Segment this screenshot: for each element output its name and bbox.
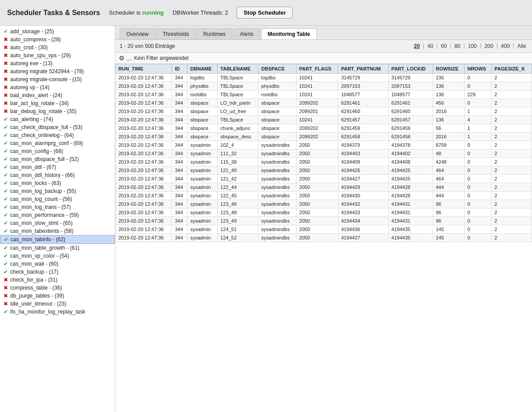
sidebar-item-cas_check_dbspace_full[interactable]: ✔cas_check_dbspace_full - (53) xyxy=(0,123,115,131)
table-row[interactable]: 2019-02-20 12:47:36344sysadmin123_46sysa… xyxy=(116,200,532,208)
tab-alerts[interactable]: Alerts xyxy=(233,28,260,39)
table-row[interactable]: 2019-02-20 12:47:36344sysadmin111_32sysa… xyxy=(116,149,532,158)
table-cell-part_lockid: 4194425 xyxy=(388,175,433,183)
sidebar-item-cas_mon_ddl[interactable]: ✔cas_mon_ddl - (67) xyxy=(0,163,115,171)
table-row[interactable]: 2019-02-20 12:47:36344sysadmin122_45sysa… xyxy=(116,192,532,200)
table-cell-run_time: 2019-02-20 12:47:36 xyxy=(116,82,172,90)
tab-runtimes[interactable]: Runtimes xyxy=(196,28,232,39)
table-cell-dbname: sysadmin xyxy=(188,192,218,200)
table-row[interactable]: 2019-02-20 12:47:36344sysadmin122_44sysa… xyxy=(116,183,532,192)
table-cell-part_flags: 2050 xyxy=(296,200,338,208)
tab-monitoring_table[interactable]: Monitoring Table xyxy=(261,28,317,39)
pagination-option-200[interactable]: 200 xyxy=(483,43,495,50)
pagination-separator: | xyxy=(423,43,424,50)
sidebar-item-cas_mon_wait[interactable]: ✔cas_mon_wait - (60) xyxy=(0,260,115,268)
sidebar-item-autoreg_migrate_console[interactable]: ✖autoreg migrate-console - (15) xyxy=(0,75,115,83)
table-row[interactable]: 2019-02-20 12:47:36344sbspacechunk_adjun… xyxy=(116,124,532,133)
sidebar-item-check_for_ipa[interactable]: ✖check_for_ipa - (31) xyxy=(0,276,115,284)
sidebar-item-autoreg_migrate[interactable]: ✖autoreg migrate 5242944 - (78) xyxy=(0,67,115,75)
sidebar-item-cas_mon_ddl_history[interactable]: ✔cas_mon_ddl_history - (66) xyxy=(0,171,115,179)
table-cell-part_lockid: 6291459 xyxy=(388,124,433,133)
table-cell-pagesize_k: 2 xyxy=(492,158,532,166)
table-cell-part_flags: 2050 xyxy=(296,192,338,200)
sidebar-item-cas_check_onlinelog[interactable]: ✔cas_check_onlinelog - (64) xyxy=(0,131,115,139)
sidebar-item-cas_mon_log_trans[interactable]: ✔cas_mon_log_trans - (57) xyxy=(0,203,115,211)
sidebar-item-idle_user_timeout[interactable]: ✖idle_user_timeout - (23) xyxy=(0,300,115,308)
tab-thresholds[interactable]: Thresholds xyxy=(156,28,196,39)
sidebar-item-label: cas_mon_dbspace_full - (52) xyxy=(10,156,79,162)
sidebar-item-auto_tune_cpu_vps[interactable]: ✖auto_tune_cpu_vps - (29) xyxy=(0,51,115,59)
sidebar-item-db_purge_tables[interactable]: ✖db_purge_tables - (39) xyxy=(0,292,115,300)
table-cell-pagesize_k: 2 xyxy=(492,234,532,242)
sidebar-item-add_storage[interactable]: ✔add_storage - (25) xyxy=(0,27,115,35)
filter-icon[interactable]: ⚙ ... xyxy=(119,55,132,62)
sidebar-item-auto_crsd[interactable]: ✖auto_crsd - (30) xyxy=(0,43,115,51)
stop-scheduler-button[interactable]: Stop Scheduler xyxy=(237,7,292,19)
sidebar-item-cas_mon_locks[interactable]: ✔cas_mon_locks - (63) xyxy=(0,179,115,187)
sidebar-item-bar_act_log_rotate[interactable]: ✖bar_act_log_rotate - (34) xyxy=(0,99,115,107)
sidebar-item-cas_mon_alarmprg_conf[interactable]: ✔cas_mon_alarmprg_conf - (69) xyxy=(0,139,115,147)
table-row[interactable]: 2019-02-20 12:47:36344sysadmin124_51sysa… xyxy=(116,225,532,234)
sidebar-item-label: cas_mon_tabextents - (58) xyxy=(10,228,74,234)
sidebar-item-cas_mon_tabinfo[interactable]: ✔cas_mon_tabinfo - (62) xyxy=(0,235,115,244)
sidebar-item-cas_mon_performance[interactable]: ✔cas_mon_performance - (59) xyxy=(0,211,115,219)
sidebar-item-bad_index_alert[interactable]: ✖bad_index_alert - (24) xyxy=(0,91,115,99)
table-cell-pagesize_k: 2 xyxy=(492,90,532,99)
table-row[interactable]: 2019-02-20 12:47:36344sysadmin123_49sysa… xyxy=(116,217,532,225)
table-cell-tablename: 111_32 xyxy=(218,149,258,158)
sidebar-item-cas_mon_table_growth[interactable]: ✔cas_mon_table_growth - (61) xyxy=(0,244,115,252)
pagination-option-400[interactable]: 400 xyxy=(500,43,511,50)
sidebar-item-bar_debug_log_rotate[interactable]: ✖bar_debug_log_rotate - (35) xyxy=(0,107,115,115)
sidebar-item-cas_mon_config[interactable]: ✔cas_mon_config - (68) xyxy=(0,147,115,155)
sidebar-item-cas_mon_slow_stmt[interactable]: ✔cas_mon_slow_stmt - (65) xyxy=(0,219,115,227)
pagination-option-100[interactable]: 100 xyxy=(467,43,478,50)
sidebar-item-ifx_ha_monitor_log_replay_task[interactable]: ✔ifx_ha_monitor_log_replay_task xyxy=(0,308,115,316)
table-cell-part_partnum: 4194403 xyxy=(338,149,388,158)
table-area[interactable]: 1 - 20 von 500 Einträge 20|40|60|80|100|… xyxy=(115,40,532,412)
check-icon: ✔ xyxy=(4,188,8,194)
pagination-option-40[interactable]: 40 xyxy=(426,43,434,50)
sidebar-item-check_backup[interactable]: ✔check_backup - (17) xyxy=(0,268,115,276)
table-cell-dbname: sbspace xyxy=(188,107,218,116)
table-row[interactable]: 2019-02-20 12:47:36344logdbsTBLSpacelogd… xyxy=(116,74,532,82)
table-cell-part_lockid: 1048577 xyxy=(388,90,433,99)
table-cell-id: 344 xyxy=(172,192,188,200)
table-cell-rowsize: 96 xyxy=(433,217,464,225)
table-cell-nrows: 0 xyxy=(465,217,492,225)
table-row[interactable]: 2019-02-20 12:47:36344physdbsTBLSpacephy… xyxy=(116,82,532,90)
sidebar-item-compress_table[interactable]: ✖compress_table - (36) xyxy=(0,284,115,292)
pagination-option-Alle[interactable]: Alle xyxy=(516,43,528,50)
sidebar-item-cas_mon_tabextents[interactable]: ✔cas_mon_tabextents - (58) xyxy=(0,227,115,235)
table-row[interactable]: 2019-02-20 12:47:36344sysadmin121_42sysa… xyxy=(116,175,532,183)
tab-overview[interactable]: Overview xyxy=(120,28,155,39)
sidebar-item-label: ifx_ha_monitor_log_replay_task xyxy=(10,309,85,315)
table-row[interactable]: 2019-02-20 12:47:36344sysadmin102_4sysad… xyxy=(116,141,532,149)
sidebar-item-cas_alerting[interactable]: ✔cas_alerting - (74) xyxy=(0,115,115,123)
sidebar-item-autoreg_vp[interactable]: ✖autoreg vp - (14) xyxy=(0,83,115,91)
table-row[interactable]: 2019-02-20 12:47:36344rootdbsTBLSpaceroo… xyxy=(116,90,532,99)
pagination-option-80[interactable]: 80 xyxy=(453,43,462,50)
table-row[interactable]: 2019-02-20 12:47:36344sysadmin115_38sysa… xyxy=(116,158,532,166)
table-row[interactable]: 2019-02-20 12:47:36344sbspaceLO_ud_frees… xyxy=(116,107,532,116)
pagination-option-60[interactable]: 60 xyxy=(440,43,448,50)
sidebar-item-auto_compress[interactable]: ✖auto_compress - (28) xyxy=(0,35,115,43)
table-cell-run_time: 2019-02-20 12:47:36 xyxy=(116,192,172,200)
sidebar-item-cas_mon_log_backup[interactable]: ✔cas_mon_log_backup - (55) xyxy=(0,187,115,195)
table-cell-part_partnum: 6291457 xyxy=(338,116,388,124)
pagination-option-20[interactable]: 20 xyxy=(413,43,421,50)
table-row[interactable]: 2019-02-20 12:47:36344sysadmin121_40sysa… xyxy=(116,166,532,175)
table-row[interactable]: 2019-02-20 12:47:36344sbspacesbspace_des… xyxy=(116,133,532,141)
sidebar-item-label: add_storage - (25) xyxy=(10,28,54,35)
table-row[interactable]: 2019-02-20 12:47:36344sbspaceLO_hdr_part… xyxy=(116,99,532,107)
sidebar-item-cas_mon_log_count[interactable]: ✔cas_mon_log_count - (56) xyxy=(0,195,115,203)
table-row[interactable]: 2019-02-20 12:47:36344sbspaceTBLSpacesbs… xyxy=(116,116,532,124)
table-row[interactable]: 2019-02-20 12:47:36344sysadmin123_48sysa… xyxy=(116,208,532,217)
table-cell-id: 344 xyxy=(172,208,188,217)
sidebar-item-autoreg_exe[interactable]: ✖autoreg exe - (13) xyxy=(0,59,115,67)
table-row[interactable]: 2019-02-20 12:47:36344sysadmin124_52sysa… xyxy=(116,234,532,242)
tabs-bar: OverviewThresholdsRuntimesAlertsMonitori… xyxy=(115,26,532,40)
table-cell-part_flags: 2050 xyxy=(296,149,338,158)
sidebar-item-cas_mon_vp_color[interactable]: ✔cas_mon_vp_color - (54) xyxy=(0,252,115,260)
sidebar-item-cas_mon_dbspace_full[interactable]: ✔cas_mon_dbspace_full - (52) xyxy=(0,155,115,163)
table-cell-id: 344 xyxy=(172,116,188,124)
